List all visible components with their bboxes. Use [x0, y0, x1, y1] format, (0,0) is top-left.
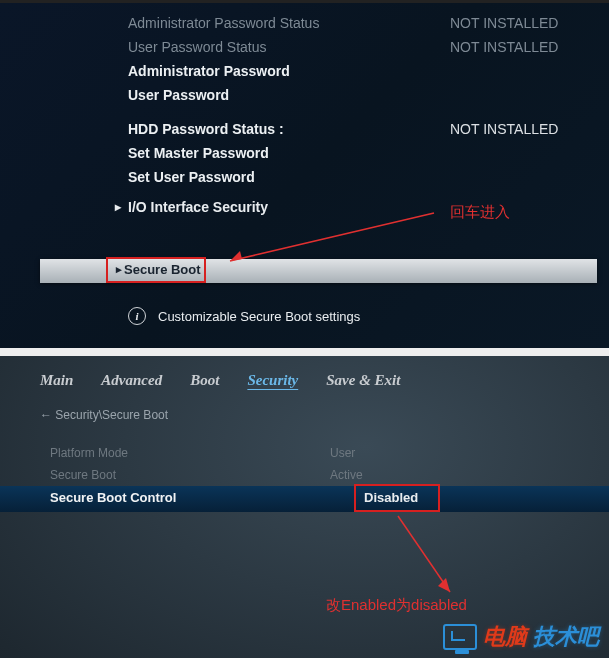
tab-save-exit[interactable]: Save & Exit — [326, 372, 400, 389]
value: User — [330, 446, 570, 460]
secure-boot-control-label[interactable]: Secure Boot Control — [50, 490, 176, 505]
label: User Password — [128, 87, 450, 103]
annotation-text: 回车进入 — [450, 203, 510, 222]
label: Set User Password — [128, 169, 450, 185]
value: NOT INSTALLED — [450, 121, 600, 137]
submenu-io-interface[interactable]: ▸ I/O Interface Security — [40, 197, 600, 217]
tab-main[interactable]: Main — [40, 372, 73, 389]
tab-boot[interactable]: Boot — [190, 372, 219, 389]
bios-security-top: Administrator Password Status NOT INSTAL… — [0, 0, 609, 348]
submenu-secure-boot[interactable]: ▸ Secure Boot — [116, 262, 201, 277]
label: Administrator Password — [128, 63, 450, 79]
value: NOT INSTALLED — [450, 39, 600, 55]
label: Platform Mode — [50, 446, 330, 460]
row-hdd-pw-status: HDD Password Status : NOT INSTALLED — [40, 117, 600, 141]
row-admin-pw-status: Administrator Password Status NOT INSTAL… — [40, 11, 600, 35]
hint-text: Customizable Secure Boot settings — [158, 309, 360, 324]
label: HDD Password Status : — [128, 121, 450, 137]
tab-bar: Main Advanced Boot Security Save & Exit — [40, 372, 400, 389]
row-secure-boot-state: Secure Boot Active — [50, 468, 570, 482]
image-gap — [0, 348, 609, 356]
watermark-text-1: 电脑 — [483, 622, 527, 652]
label: Set Master Password — [128, 145, 450, 161]
monitor-icon — [443, 624, 477, 650]
chevron-right-icon: ▸ — [112, 200, 124, 214]
label: Secure Boot — [50, 468, 330, 482]
watermark: 电脑技术吧 — [443, 622, 599, 652]
bios-security-bottom: Main Advanced Boot Security Save & Exit … — [0, 356, 609, 658]
svg-line-2 — [398, 516, 450, 592]
tab-advanced[interactable]: Advanced — [101, 372, 162, 389]
value — [450, 87, 600, 103]
annotation-arrow — [390, 512, 470, 602]
annotation-text: 改Enabled为disabled — [326, 596, 467, 615]
value — [450, 145, 600, 161]
label: User Password Status — [128, 39, 450, 55]
row-platform-mode: Platform Mode User — [50, 446, 570, 460]
breadcrumb: ← Security\Secure Boot — [40, 408, 168, 422]
submenu-label: I/O Interface Security — [128, 199, 268, 215]
row-user-pw-status: User Password Status NOT INSTALLED — [40, 35, 600, 59]
hint-row: i Customizable Secure Boot settings — [128, 307, 360, 325]
svg-line-0 — [230, 213, 434, 261]
info-icon: i — [128, 307, 146, 325]
row-user-pw[interactable]: User Password — [40, 83, 600, 107]
label: Administrator Password Status — [128, 15, 450, 31]
watermark-text-2: 技术吧 — [533, 622, 599, 652]
row-admin-pw[interactable]: Administrator Password — [40, 59, 600, 83]
row-set-user-pw[interactable]: Set User Password — [40, 165, 600, 189]
secure-boot-control-value[interactable]: Disabled — [364, 490, 418, 505]
value — [450, 169, 600, 185]
chevron-right-icon: ▸ — [116, 263, 122, 276]
row-set-master-pw[interactable]: Set Master Password — [40, 141, 600, 165]
tab-security[interactable]: Security — [247, 372, 298, 389]
value: NOT INSTALLED — [450, 15, 600, 31]
selected-label: Secure Boot — [124, 262, 201, 277]
value — [450, 63, 600, 79]
value: Active — [330, 468, 570, 482]
svg-marker-3 — [438, 578, 450, 592]
